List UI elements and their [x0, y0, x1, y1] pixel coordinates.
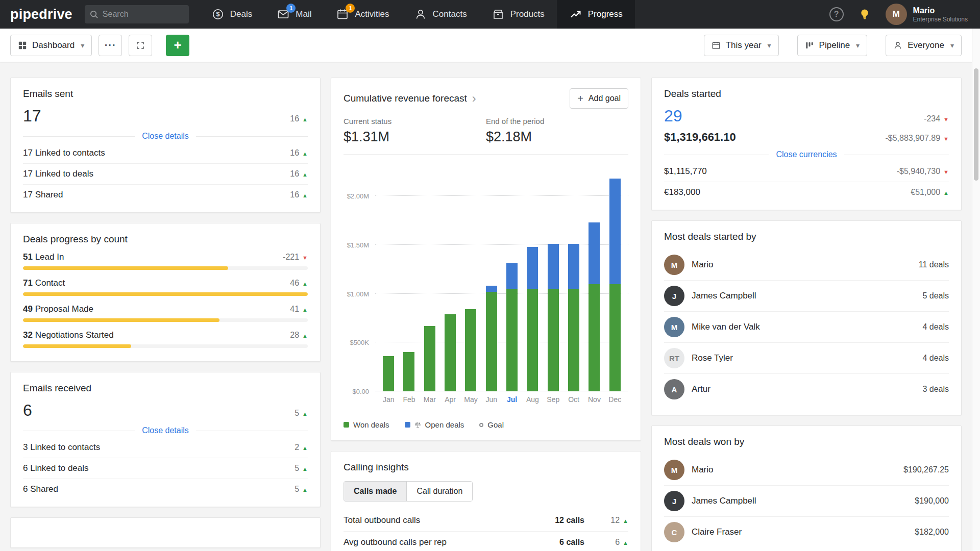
nav-mail[interactable]: 1 Mail: [264, 0, 324, 29]
most-deals-won-card: Most deals won by M Mario $190,267.25 J …: [651, 425, 962, 551]
tab-calls-made[interactable]: Calls made: [344, 482, 407, 501]
bar-jan[interactable]: [383, 167, 394, 391]
current-status-block: Current status $1.31M: [344, 117, 486, 145]
bar-jul[interactable]: [506, 167, 518, 391]
person-value: 3 deals: [922, 385, 949, 394]
goal-swatch: [479, 423, 483, 427]
column-right: Deals started 29 -234 $1,319,661.10 -$5,…: [651, 78, 962, 551]
delta: 5: [295, 485, 308, 494]
nav-label: Progress: [588, 9, 623, 19]
bar-mar[interactable]: [424, 167, 435, 391]
legend-label: Open deals: [425, 420, 464, 429]
add-goal-label: Add goal: [589, 94, 621, 103]
stat-row: 6 Shared 5: [23, 479, 308, 496]
down-arrow-icon: [943, 134, 949, 143]
delta-value: -221: [283, 253, 299, 262]
bar-sep[interactable]: [548, 167, 559, 391]
help-icon[interactable]: [829, 7, 844, 21]
won-deals-segment: [424, 326, 435, 391]
x-tick-mar: Mar: [420, 395, 440, 404]
stage-header: 51 Lead In -221: [23, 252, 308, 262]
nav-progress[interactable]: Progress: [557, 0, 635, 29]
whats-new-lightbulb-icon[interactable]: [858, 8, 871, 21]
delta-value: 6: [615, 538, 620, 547]
progress-track: [23, 344, 308, 348]
deals-progress-card: Deals progress by count 51 Lead In -221 …: [10, 223, 321, 362]
chart-legend: Won deals Open deals Goal: [331, 413, 641, 430]
close-details-link[interactable]: Close details: [142, 132, 189, 141]
close-details-link[interactable]: Close details: [142, 426, 189, 435]
card-header: Cumulative revenue forecast Add goal: [344, 88, 628, 109]
bar-nov[interactable]: [589, 167, 600, 391]
scrollbar-thumb[interactable]: [974, 68, 978, 181]
avatar: M: [664, 255, 684, 275]
delta-value: 12: [610, 516, 620, 525]
won-deals-segment: [383, 356, 394, 391]
chevron-down-icon: [768, 40, 771, 51]
close-currencies-link[interactable]: Close currencies: [776, 150, 837, 159]
nav-products[interactable]: Products: [479, 0, 557, 29]
person-value: 11 deals: [919, 260, 949, 269]
mail-badge: 1: [286, 4, 296, 13]
nav-activities[interactable]: 1 Activities: [324, 0, 401, 29]
end-of-period-value: $2.18M: [486, 129, 628, 145]
pipeline-filter[interactable]: Pipeline: [797, 35, 868, 56]
down-arrow-icon: [943, 167, 949, 176]
add-report-button[interactable]: [166, 35, 189, 56]
search-input[interactable]: [103, 10, 184, 19]
emails-received-value: 6: [23, 401, 32, 420]
avatar: M: [664, 317, 684, 337]
bar-dec[interactable]: [609, 167, 621, 391]
bar-feb[interactable]: [403, 167, 414, 391]
open-swatch: [405, 422, 410, 428]
row-label: 6 Linked to deals: [23, 463, 89, 473]
currency-row: €183,000 €51,000: [664, 182, 949, 199]
x-tick-feb: Feb: [399, 395, 419, 404]
topbar-right-controls: M Mario Enterprise Solutions: [829, 4, 980, 25]
fullscreen-button[interactable]: [129, 35, 152, 56]
bar-apr[interactable]: [445, 167, 456, 391]
stat-row: 6 Linked to deals 5: [23, 458, 308, 479]
dashboard-selector[interactable]: Dashboard: [10, 35, 92, 56]
legend-won-deals[interactable]: Won deals: [344, 420, 389, 429]
legend-goal[interactable]: Goal: [479, 420, 504, 429]
nav-contacts[interactable]: Contacts: [402, 0, 479, 29]
bar-oct[interactable]: [568, 167, 579, 391]
delta: 41: [290, 305, 308, 314]
stage-count: 51: [23, 252, 33, 262]
currency-row: $1,115,770 -$5,940,730: [664, 161, 949, 182]
link-divider: Close currencies: [664, 150, 949, 159]
up-arrow-icon: [302, 331, 308, 340]
x-tick-dec: Dec: [605, 395, 625, 404]
person-name: Mario: [692, 465, 896, 475]
open-deals-segment: [548, 244, 559, 289]
owner-filter[interactable]: Everyone: [886, 35, 962, 56]
bar-may[interactable]: [465, 167, 476, 391]
more-options-button[interactable]: [99, 35, 122, 56]
search-box[interactable]: [85, 5, 189, 23]
page-scrollbar[interactable]: [972, 29, 980, 551]
bar-column: [440, 167, 460, 391]
period-filter[interactable]: This year: [704, 35, 779, 56]
add-goal-button[interactable]: Add goal: [570, 88, 628, 109]
nav-deals[interactable]: $ Deals: [199, 0, 264, 29]
emails-received-card: Emails received 6 5 Close details 3 Link…: [10, 372, 321, 507]
row-label: 3 Linked to contacts: [23, 442, 100, 453]
pipedrive-logo[interactable]: pipedrive: [0, 7, 85, 22]
legend-open-deals[interactable]: Open deals: [405, 420, 464, 429]
x-tick-jun: Jun: [481, 395, 502, 404]
delta-value: 16: [290, 148, 299, 158]
dashboard-toolbar: Dashboard This year Pipeline: [0, 29, 980, 62]
nav-label: Deals: [230, 9, 252, 19]
chevron-right-icon[interactable]: [472, 92, 476, 105]
bar-jun[interactable]: [486, 167, 497, 391]
up-arrow-icon: [302, 409, 308, 418]
stage-header: 49 Proposal Made 41: [23, 304, 308, 314]
delta-value: 16: [290, 190, 299, 199]
user-menu[interactable]: M Mario Enterprise Solutions: [886, 4, 968, 25]
bar-aug[interactable]: [527, 167, 538, 391]
stage-row: 51 Lead In -221: [23, 252, 308, 270]
bar-column: [522, 167, 543, 391]
main-navigation: $ Deals 1 Mail 1 Activities Contacts: [199, 0, 635, 29]
tab-call-duration[interactable]: Call duration: [407, 482, 472, 501]
